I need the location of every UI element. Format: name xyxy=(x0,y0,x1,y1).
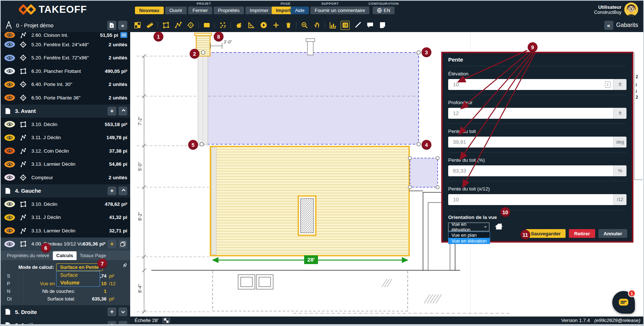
sidebar-row[interactable]: 3.13. Larmier Déclin 54,86 pi + xyxy=(1,158,130,171)
sidebar-row[interactable]: 3.10. Déclin 553,18 pi² + xyxy=(1,118,130,131)
retirer-button[interactable]: Retirer xyxy=(569,229,595,238)
add-measurement-button[interactable]: + xyxy=(108,240,116,248)
sidebar-row[interactable]: 2.60. Cloison Int. 51,55 pi + xyxy=(1,32,130,38)
language-button[interactable]: EN xyxy=(373,7,395,14)
tab-totaux-page[interactable]: Totaux Page xyxy=(77,251,110,260)
collapse-group-button[interactable] xyxy=(119,307,127,316)
polyline-tool-icon[interactable] xyxy=(174,21,183,30)
sidebar-row[interactable]: 3.11. J Déclin 41,32 pi + xyxy=(1,211,130,224)
field-input[interactable]: 10 ▲▼ xyxy=(448,79,613,90)
option-vue-en-elevation[interactable]: Vue en élévation xyxy=(449,238,490,244)
add-measurement-button[interactable]: + xyxy=(108,307,116,316)
collapse-group-button[interactable] xyxy=(119,186,127,195)
scale-checker-icon[interactable] xyxy=(162,318,170,323)
collapse-sidebar-button[interactable]: « xyxy=(118,21,127,30)
ruler-icon[interactable] xyxy=(145,21,154,30)
sauvegarder-button[interactable]: Sauvegarder xyxy=(526,229,566,238)
sidebar-row[interactable]: 3.13. Larmier Déclin 32,71 pi + xyxy=(1,224,130,237)
visibility-eye-icon[interactable] xyxy=(4,227,15,234)
collapse-group-button[interactable] xyxy=(119,107,127,115)
visibility-eye-icon[interactable] xyxy=(4,201,15,207)
visibility-eye-icon[interactable] xyxy=(4,41,15,48)
sidebar-row[interactable]: 6. Arrière + xyxy=(1,319,130,325)
visibility-eye-icon[interactable] xyxy=(4,94,15,101)
marker-icon[interactable] xyxy=(353,21,362,30)
field-input[interactable]: 10 ▲▼ xyxy=(448,194,613,205)
sidebar-row[interactable]: 6.40. Porte Int. 30" 2 unités + xyxy=(1,78,130,91)
duplicate-button[interactable] xyxy=(119,240,127,248)
aide-button[interactable]: Aide xyxy=(291,7,309,14)
user-block[interactable]: Utilisateur ConstructBuy xyxy=(594,3,638,16)
visibility-eye-icon[interactable] xyxy=(4,241,15,247)
visibility-eye-icon[interactable] xyxy=(4,81,15,88)
mode-option-surface[interactable]: Surface xyxy=(57,271,100,279)
field-input[interactable]: 39,81 ▲▼ xyxy=(448,137,613,148)
visibility-eye-icon[interactable] xyxy=(4,121,15,127)
porch-roof-selection[interactable] xyxy=(410,158,438,187)
visibility-eye-icon[interactable] xyxy=(4,55,15,61)
mode-option-volume[interactable]: Volume xyxy=(57,279,100,286)
fermer-button[interactable]: Fermer xyxy=(188,7,212,14)
avatar[interactable] xyxy=(624,3,638,16)
chart-icon[interactable] xyxy=(328,21,337,30)
add-measurement-button[interactable]: + xyxy=(108,186,116,195)
proprietes-button[interactable]: Propriétés xyxy=(214,7,244,14)
ouvrir-button[interactable]: Ouvrir xyxy=(165,7,187,14)
rectangle-tool-icon[interactable] xyxy=(202,21,211,30)
nouveau-button[interactable]: Nouveau xyxy=(135,7,164,14)
roof-selection-region[interactable] xyxy=(203,52,419,144)
house-view-icon[interactable] xyxy=(494,223,503,231)
add-icon[interactable] xyxy=(271,21,280,30)
sidebar-row[interactable]: 4.00. Bardeau 10/12 Vue en... 635,36 pi²… xyxy=(1,237,130,251)
sidebar-row[interactable]: Compteur 2 unités + xyxy=(1,171,130,184)
mode-de-calcul-dropdown[interactable]: Surface en Pente xyxy=(56,263,103,271)
note-icon[interactable] xyxy=(378,21,387,30)
add-measurement-button[interactable]: + xyxy=(108,321,116,324)
add-measurement-button[interactable]: + xyxy=(108,107,116,115)
sidebar-row[interactable]: 5.20. Fenêtre Ext. 72"x96" 2 unités + xyxy=(1,51,130,65)
sidebar-row[interactable]: 6.50. Porte Pliante 36" 2 unités + xyxy=(1,91,130,105)
sidebar-row[interactable]: 3.10. Déclin 478,62 pi² + xyxy=(1,197,130,211)
collapse-group-button[interactable] xyxy=(119,321,127,324)
trash-icon[interactable] xyxy=(284,21,293,30)
angle-tool-icon[interactable] xyxy=(247,21,256,30)
count-tool-icon[interactable] xyxy=(218,21,227,30)
visibility-eye-icon[interactable] xyxy=(4,148,15,154)
orientation-select[interactable]: Vue en élévation xyxy=(448,223,489,231)
details-button[interactable] xyxy=(120,32,127,38)
visibility-eye-icon[interactable] xyxy=(4,68,15,74)
target-icon[interactable] xyxy=(186,21,195,30)
sidebar-row[interactable]: 3.12. Coin Déclin 37,38 pi + xyxy=(1,144,130,158)
sidebar-row[interactable]: 3. Avant + xyxy=(1,105,130,118)
new-page-button[interactable] xyxy=(107,21,116,30)
zoom-icon[interactable] xyxy=(300,21,309,30)
imprimer-button[interactable]: Imprimer xyxy=(245,7,273,14)
sidebar-row[interactable]: 4. Gauche + xyxy=(1,184,130,198)
visibility-eye-icon[interactable] xyxy=(4,174,15,181)
legend-icon[interactable] xyxy=(341,21,350,30)
expand-templates-button[interactable]: « xyxy=(604,21,613,30)
visibility-eye-icon[interactable] xyxy=(4,134,15,141)
layers-icon[interactable] xyxy=(133,21,142,30)
field-input[interactable]: 83,33 ▲▼ xyxy=(448,165,613,176)
tab-calculs[interactable]: Calculs xyxy=(53,251,76,260)
polygon-tool-icon[interactable] xyxy=(161,21,170,30)
option-vue-en-plan[interactable]: Vue en plan xyxy=(449,232,490,238)
field-input[interactable]: 12 ▲▼ xyxy=(448,108,613,119)
sidebar-row[interactable]: 3.11. J Déclin 149,78 pi + xyxy=(1,131,130,145)
roof-tool-icon[interactable] xyxy=(234,21,243,30)
annuler-button[interactable]: Annuler xyxy=(598,229,627,238)
comment-icon[interactable] xyxy=(365,21,375,30)
visibility-eye-icon[interactable] xyxy=(4,32,15,38)
sidebar-row[interactable]: 6.20. Plancher Flottant 490,05 pi² + xyxy=(1,64,130,78)
chat-button[interactable]: 1 xyxy=(612,291,635,314)
pan-icon[interactable] xyxy=(312,21,321,30)
sidebar-row[interactable]: 5.20. Fenêtre Ext. 24"x48" 2 unités + xyxy=(1,38,130,51)
spinner-icon[interactable]: ▲▼ xyxy=(605,81,610,88)
play-icon[interactable] xyxy=(259,21,268,30)
sidebar-row[interactable]: 5. Droite + xyxy=(1,305,130,319)
commentaire-button[interactable]: Fournir un commentaire xyxy=(310,7,369,14)
visibility-eye-icon[interactable] xyxy=(4,161,15,168)
pin-icon[interactable] xyxy=(122,263,127,270)
visibility-eye-icon[interactable] xyxy=(4,214,15,221)
